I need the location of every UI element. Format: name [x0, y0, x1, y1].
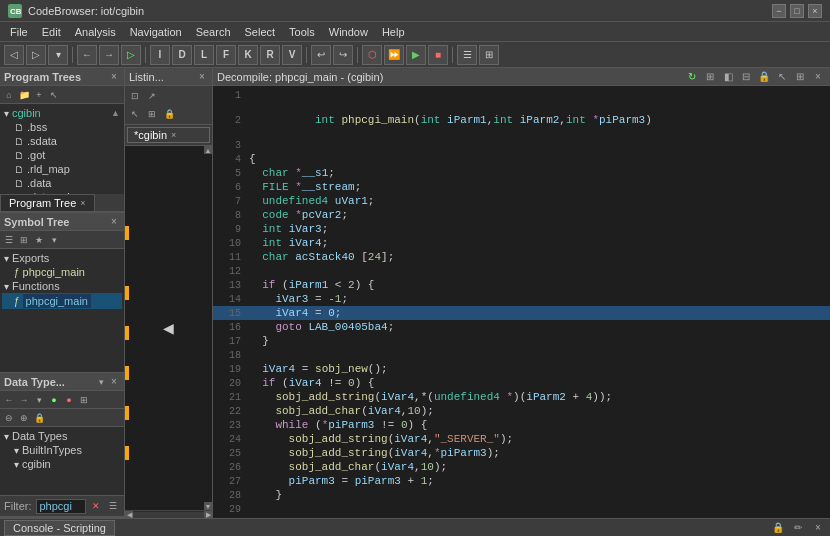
- decompile-icon3[interactable]: ⊟: [738, 69, 754, 85]
- data-type-dropdown[interactable]: ▾: [94, 375, 108, 389]
- tb-undo[interactable]: ↩: [311, 45, 331, 65]
- tree-item-functions[interactable]: ▾ Functions: [2, 279, 122, 293]
- dt-btn7[interactable]: ⊖: [2, 411, 16, 425]
- decompile-icon5[interactable]: ↖: [774, 69, 790, 85]
- program-trees-content[interactable]: ▾ cgibin ▲ 🗋 .bss 🗋 .sdata 🗋 .got �: [0, 104, 124, 194]
- minimize-button[interactable]: −: [772, 4, 786, 18]
- code-area[interactable]: 1 2 int phpcgi_main(int iParm1,int iParm…: [213, 86, 830, 518]
- lt-btn5[interactable]: 🔒: [161, 106, 177, 122]
- st-btn2[interactable]: ⊞: [17, 233, 31, 247]
- tb-forward-button[interactable]: ▷: [26, 45, 46, 65]
- decompile-close[interactable]: ×: [810, 69, 826, 85]
- pt-folder-icon[interactable]: 📁: [17, 88, 31, 102]
- tb-analyze[interactable]: ▶: [406, 45, 426, 65]
- scroll-left[interactable]: ◀: [125, 511, 133, 519]
- tb-btn-R[interactable]: R: [260, 45, 280, 65]
- listing-close[interactable]: ×: [196, 71, 208, 83]
- menu-search[interactable]: Search: [190, 24, 237, 40]
- tb-redo[interactable]: ↪: [333, 45, 353, 65]
- hscroll-track[interactable]: [133, 512, 204, 518]
- tree-item-bss[interactable]: 🗋 .bss: [2, 120, 122, 134]
- dt-btn9[interactable]: 🔒: [32, 411, 46, 425]
- tree-item-phpcgi-main-export[interactable]: ƒ phpcgi_main: [2, 265, 122, 279]
- data-type-content[interactable]: ▾ Data Types ▾ BuiltInTypes ▾ cgibin: [0, 427, 124, 495]
- tree-item-sdata[interactable]: 🗋 .sdata: [2, 134, 122, 148]
- lt-btn1[interactable]: ⊡: [127, 88, 143, 104]
- scroll-up[interactable]: ▲: [204, 146, 212, 154]
- tb-btn-K[interactable]: K: [238, 45, 258, 65]
- tree-item-data[interactable]: 🗋 .data: [2, 176, 122, 190]
- tb-btn-I[interactable]: I: [150, 45, 170, 65]
- decompile-icon6[interactable]: ⊞: [792, 69, 808, 85]
- tb-misc2[interactable]: ⊞: [479, 45, 499, 65]
- lt-btn3[interactable]: ↖: [127, 106, 143, 122]
- tb-breakpoint[interactable]: ⬡: [362, 45, 382, 65]
- menu-analysis[interactable]: Analysis: [69, 24, 122, 40]
- symbol-tree-close[interactable]: ×: [108, 216, 120, 228]
- tb-btn-V[interactable]: V: [282, 45, 302, 65]
- tree-item-exports[interactable]: ▾ Exports: [2, 251, 122, 265]
- listing-hscroll[interactable]: ◀ ▶: [125, 510, 212, 518]
- menu-tools[interactable]: Tools: [283, 24, 321, 40]
- st-btn3[interactable]: ★: [32, 233, 46, 247]
- st-btn1[interactable]: ☰: [2, 233, 16, 247]
- tree-item-cgibin[interactable]: ▾ cgibin ▲: [2, 106, 122, 120]
- filter-opts[interactable]: ☰: [107, 499, 120, 513]
- status-close-icon[interactable]: ×: [810, 520, 826, 536]
- tb-arrow-right[interactable]: →: [99, 45, 119, 65]
- dt-btn1[interactable]: ←: [2, 393, 16, 407]
- filter-clear[interactable]: ✕: [90, 499, 103, 513]
- dt-btn4[interactable]: ●: [47, 393, 61, 407]
- window-controls[interactable]: − □ ×: [772, 4, 822, 18]
- listing-tab-cgibin[interactable]: *cgibin ×: [127, 127, 210, 143]
- tree-item-phpcgi-main-fn[interactable]: ƒ phpcgi_main: [2, 293, 122, 309]
- pt-cursor-icon[interactable]: ↖: [47, 88, 61, 102]
- pt-home-icon[interactable]: ⌂: [2, 88, 16, 102]
- lt-btn4[interactable]: ⊞: [144, 106, 160, 122]
- tb-run-button[interactable]: ▷: [121, 45, 141, 65]
- tb-stop[interactable]: ■: [428, 45, 448, 65]
- decompile-icon1[interactable]: ⊞: [702, 69, 718, 85]
- dt-btn6[interactable]: ⊞: [77, 393, 91, 407]
- decompile-refresh[interactable]: ↻: [684, 69, 700, 85]
- dt-btn2[interactable]: →: [17, 393, 31, 407]
- st-btn4[interactable]: ▾: [47, 233, 61, 247]
- tree-item-builtin[interactable]: ▾ BuiltInTypes: [2, 443, 122, 457]
- status-edit-icon[interactable]: ✏: [790, 520, 806, 536]
- program-trees-close[interactable]: ×: [108, 71, 120, 83]
- menu-navigation[interactable]: Navigation: [124, 24, 188, 40]
- menu-select[interactable]: Select: [239, 24, 282, 40]
- tb-btn-D[interactable]: D: [172, 45, 192, 65]
- menu-edit[interactable]: Edit: [36, 24, 67, 40]
- tab-program-tree[interactable]: Program Tree ×: [0, 194, 95, 211]
- dt-btn8[interactable]: ⊕: [17, 411, 31, 425]
- menu-file[interactable]: File: [4, 24, 34, 40]
- tb-dropdown-button[interactable]: ▾: [48, 45, 68, 65]
- tb-arrow-left[interactable]: ←: [77, 45, 97, 65]
- tree-item-cgibin-dt[interactable]: ▾ cgibin: [2, 457, 122, 471]
- tb-btn-F[interactable]: F: [216, 45, 236, 65]
- console-tab[interactable]: Console - Scripting: [4, 520, 115, 536]
- listing-content[interactable]: ▲ ▼ ◀: [125, 146, 212, 510]
- maximize-button[interactable]: □: [790, 4, 804, 18]
- status-lock-icon[interactable]: 🔒: [770, 520, 786, 536]
- close-button[interactable]: ×: [808, 4, 822, 18]
- filter-input[interactable]: [36, 499, 86, 514]
- tb-back-button[interactable]: ◁: [4, 45, 24, 65]
- tree-item-data-types[interactable]: ▾ Data Types: [2, 429, 122, 443]
- tb-btn-L[interactable]: L: [194, 45, 214, 65]
- menu-help[interactable]: Help: [376, 24, 411, 40]
- scroll-down[interactable]: ▼: [204, 502, 212, 510]
- decompile-icon2[interactable]: ◧: [720, 69, 736, 85]
- dt-btn5[interactable]: ●: [62, 393, 76, 407]
- data-type-close[interactable]: ×: [108, 376, 120, 388]
- tree-item-got[interactable]: 🗋 .got: [2, 148, 122, 162]
- pt-new-icon[interactable]: +: [32, 88, 46, 102]
- menu-window[interactable]: Window: [323, 24, 374, 40]
- dt-btn3[interactable]: ▾: [32, 393, 46, 407]
- symbol-tree-content[interactable]: ▾ Exports ƒ phpcgi_main ▾ Functions ƒ ph…: [0, 249, 124, 372]
- decompile-icon4[interactable]: 🔒: [756, 69, 772, 85]
- lt-btn2[interactable]: ↗: [144, 88, 160, 104]
- tree-item-rld-map[interactable]: 🗋 .rld_map: [2, 162, 122, 176]
- tab-close-program-tree[interactable]: ×: [80, 198, 85, 208]
